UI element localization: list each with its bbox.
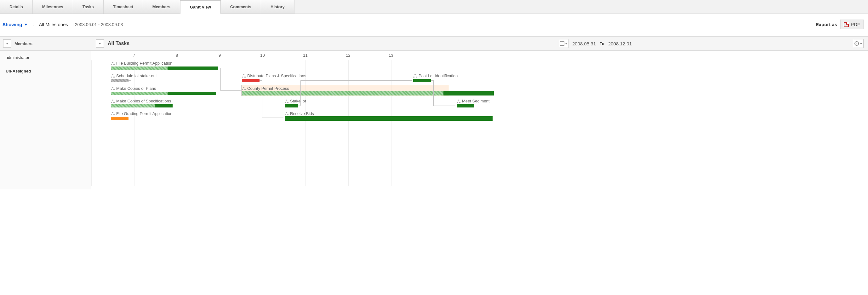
week-12: 12 [327,53,370,58]
milestones-scope: All Milestones [39,22,68,27]
tasks-scope-label: All Tasks [108,41,129,46]
pdf-label: PDF [851,22,860,27]
week-11: 11 [284,53,327,58]
task-file-grading-permit[interactable]: File Grading Permit Application [111,112,128,123]
tab-tasks[interactable]: Tasks [73,0,104,13]
task-post-lot-identification[interactable]: Post Lot Identification [413,74,431,85]
chevron-down-icon [6,43,8,45]
task-make-copies-specifications[interactable]: Make Copies of Specifications [111,99,173,110]
tab-bar: Details Milestones Tasks Timesheet Membe… [0,0,868,14]
gantt-column-header: Members All Tasks 2008.05.31 To 2008.12.… [0,36,868,51]
week-7: 7 [113,53,156,58]
gear-icon [855,41,859,46]
chevron-down-icon [99,43,101,45]
members-column: administrator Un-Assigned [0,51,91,189]
gantt-body: administrator Un-Assigned 7 8 9 10 11 12… [0,51,868,189]
task-tree-icon [111,99,115,103]
task-tree-icon [457,99,461,103]
week-9: 9 [198,53,241,58]
gantt-chart[interactable]: 7 8 9 10 11 12 13 File Building Permit [91,51,868,189]
milestones-date-range: [ 2008.06.01 - 2008.09.03 ] [72,22,125,27]
task-file-building-permit[interactable]: File Building Permit Application [111,61,218,72]
tab-details[interactable]: Details [0,0,33,13]
week-13: 13 [370,53,412,58]
task-tree-icon [285,99,288,103]
task-tree-icon [111,62,115,65]
chevron-down-icon [860,43,862,45]
export-label: Export as [816,22,837,27]
week-10: 10 [241,53,284,58]
task-tree-icon [413,75,417,78]
chevron-down-icon [24,24,27,26]
week-8: 8 [156,53,198,58]
chevron-down-icon [565,43,567,45]
date-to: 2008.12.01 [608,41,632,46]
tab-comments[interactable]: Comments [221,0,261,13]
tab-gantt-view[interactable]: Gantt View [180,0,221,14]
calendar-icon [560,41,564,46]
task-distribute-plans[interactable]: Distribute Plans & Specifications [242,74,259,85]
separator-colon: : [32,22,34,27]
gantt-area[interactable]: File Building Permit Application Schedul… [91,60,868,186]
task-tree-icon [242,75,246,78]
tab-members[interactable]: Members [143,0,180,13]
showing-label: Showing [2,22,22,27]
tab-history[interactable]: History [261,0,294,13]
export-pdf-button[interactable]: PDF [840,20,864,29]
task-tree-icon [111,112,115,115]
date-from: 2008.05.31 [572,41,596,46]
showing-dropdown[interactable]: Showing [2,22,27,27]
task-county-permit-process[interactable]: County Permit Process [242,87,494,97]
date-picker-button[interactable] [559,39,568,48]
task-schedule-lot-stakeout[interactable]: Schedule lot stake-out [111,74,128,85]
tab-milestones[interactable]: Milestones [33,0,73,13]
task-tree-icon [111,75,115,78]
gantt-settings-button[interactable] [853,39,864,48]
task-make-copies-plans[interactable]: Make Copies of Plans [111,87,216,97]
members-filter-dropdown[interactable] [3,39,11,48]
member-unassigned[interactable]: Un-Assigned [0,64,91,78]
task-meet-sediment[interactable]: Meet Sediment [457,99,474,110]
task-tree-icon [242,87,246,90]
tab-timesheet[interactable]: Timesheet [104,0,143,13]
task-receive-bids[interactable]: Receive Bids [285,112,493,123]
task-tree-icon [111,87,115,90]
member-administrator[interactable]: administrator [0,51,91,64]
members-col-label: Members [14,41,32,46]
tasks-filter-dropdown[interactable] [96,39,104,48]
week-header: 7 8 9 10 11 12 13 [91,51,868,60]
pdf-icon [844,22,849,27]
date-separator: To [600,41,604,46]
task-tree-icon [285,112,288,115]
task-stake-lot[interactable]: Stake lot [285,99,298,110]
gantt-subheader: Showing : All Milestones [ 2008.06.01 - … [0,14,868,36]
